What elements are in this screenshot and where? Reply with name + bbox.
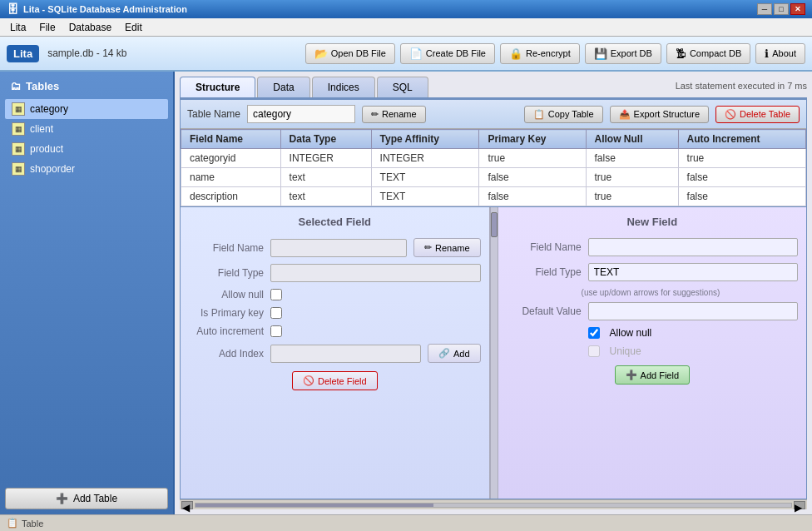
minimize-button[interactable]: ─ <box>757 3 772 15</box>
sidebar-item-shoporder[interactable]: ▦ shoporder <box>5 159 168 179</box>
menu-lita[interactable]: Lita <box>3 20 32 35</box>
table-row[interactable]: descriptiontextTEXTfalsetruefalse <box>181 187 806 206</box>
table-icon-category: ▦ <box>12 102 25 116</box>
table-name-input[interactable] <box>247 105 355 123</box>
new-field-type-label: Field Type <box>507 266 582 278</box>
selected-allow-null-checkbox[interactable] <box>270 289 282 300</box>
tables-header: 🗂 Tables <box>5 77 168 96</box>
close-button[interactable]: ✕ <box>790 3 805 15</box>
tab-structure[interactable]: Structure <box>180 77 255 97</box>
export-structure-icon: 📤 <box>619 109 631 120</box>
selected-add-index-input[interactable] <box>270 345 421 363</box>
scroll-left-button[interactable]: ◀ <box>181 501 193 509</box>
new-allow-null-checkbox[interactable] <box>588 327 600 339</box>
maximize-button[interactable]: □ <box>774 3 789 15</box>
horizontal-scrollbar[interactable]: ◀ ▶ <box>180 499 807 509</box>
menu-file[interactable]: File <box>32 20 62 35</box>
sidebar-item-category[interactable]: ▦ category <box>5 99 168 119</box>
selected-add-index-button[interactable]: 🔗 Add <box>428 344 481 363</box>
copy-table-icon: 📋 <box>533 109 545 120</box>
scroll-thumb[interactable] <box>491 212 498 237</box>
db-name-label: sample.db - 14 kb <box>47 47 126 59</box>
tab-status: Last statement executed in 7 ms <box>676 81 807 94</box>
reencrypt-icon: 🔒 <box>509 47 522 60</box>
col-header-allow-null: Allow Null <box>586 130 678 149</box>
tab-sql[interactable]: SQL <box>377 77 428 97</box>
add-index-icon: 🔗 <box>438 348 450 359</box>
selected-auto-increment-label: Auto increment <box>189 325 264 337</box>
create-db-icon: 📄 <box>409 47 423 60</box>
table-icon-shoporder: ▦ <box>12 162 25 176</box>
open-db-icon: 📂 <box>314 47 328 60</box>
new-allow-null-row: Allow null <box>507 327 798 339</box>
selected-primary-key-label: Is Primary key <box>189 307 264 319</box>
selected-field-name-row: Field Name ✏ Rename <box>189 238 481 257</box>
menu-edit[interactable]: Edit <box>118 20 149 35</box>
selected-auto-increment-checkbox[interactable] <box>270 325 282 337</box>
new-field-name-input[interactable] <box>588 238 798 256</box>
create-db-button[interactable]: 📄 Create DB File <box>400 43 495 64</box>
export-structure-button[interactable]: 📤 Export Structure <box>610 106 709 123</box>
status-text: Table <box>22 519 43 529</box>
scrollbar-track <box>195 503 792 508</box>
selected-field-type-row: Field Type <box>189 264 481 282</box>
table-icon-product: ▦ <box>12 142 25 156</box>
tab-data[interactable]: Data <box>257 77 309 97</box>
window-title: Lita - SQLite Database Administration <box>23 4 187 14</box>
selected-field-title: Selected Field <box>189 216 481 228</box>
tab-indices[interactable]: Indices <box>312 77 375 97</box>
selected-add-index-row: Add Index 🔗 Add <box>189 344 481 363</box>
new-field-type-input[interactable] <box>588 263 798 281</box>
new-unique-checkbox[interactable] <box>588 345 600 357</box>
lita-badge: Lita <box>7 45 39 62</box>
delete-field-button[interactable]: 🚫 Delete Field <box>292 371 378 390</box>
open-db-button[interactable]: 📂 Open DB File <box>305 43 395 64</box>
menu-bar: Lita File Database Edit <box>0 18 812 37</box>
structure-table: Field Name Data Type Type Affinity Prima… <box>181 129 806 206</box>
compact-db-icon: 🗜 <box>676 47 686 60</box>
new-field-type-row: Field Type <box>507 263 798 281</box>
table-row[interactable]: nametextTEXTfalsetruefalse <box>181 168 806 187</box>
scroll-right-button[interactable]: ▶ <box>794 501 805 509</box>
selected-primary-key-row: Is Primary key <box>189 307 481 319</box>
selected-field-name-input[interactable] <box>270 239 407 257</box>
title-bar: 🗄 Lita - SQLite Database Administration … <box>0 0 812 18</box>
selected-primary-key-checkbox[interactable] <box>270 307 282 319</box>
table-area: Table Name ✏ Rename 📋 Copy Table 📤 Expor… <box>180 99 807 207</box>
menu-database[interactable]: Database <box>62 20 118 35</box>
rename-icon: ✏ <box>371 109 379 120</box>
new-unique-label: Unique <box>610 345 641 357</box>
table-row[interactable]: categoryidINTEGERINTEGERtruefalsetrue <box>181 149 806 168</box>
sidebar-item-product[interactable]: ▦ product <box>5 139 168 159</box>
table-icon-client: ▦ <box>12 122 25 136</box>
delete-field-icon: 🚫 <box>303 375 314 386</box>
col-header-type-affinity: Type Affinity <box>371 130 479 149</box>
tables-icon: 🗂 <box>10 80 21 92</box>
scrollbar-thumb[interactable] <box>196 504 433 507</box>
status-icon: 📋 <box>7 518 18 529</box>
sidebar: 🗂 Tables ▦ category ▦ client ▦ product ▦… <box>0 72 175 514</box>
about-button[interactable]: ℹ About <box>755 43 805 64</box>
new-default-value-input[interactable] <box>588 302 798 320</box>
add-table-button[interactable]: ➕ Add Table <box>5 488 168 509</box>
export-db-icon: 💾 <box>594 47 607 60</box>
copy-table-button[interactable]: 📋 Copy Table <box>524 106 603 123</box>
status-bar: 📋 Table <box>0 514 812 531</box>
selected-field-type-input[interactable] <box>270 264 481 282</box>
compact-db-button[interactable]: 🗜 Compact DB <box>666 43 750 64</box>
col-header-field-name: Field Name <box>181 130 281 149</box>
new-default-value-label: Default Value <box>507 305 582 317</box>
selected-allow-null-row: Allow null <box>189 289 481 300</box>
reencrypt-button[interactable]: 🔒 Re-encrypt <box>500 43 580 64</box>
table-name-label: Table Name <box>187 108 240 120</box>
new-default-value-row: Default Value <box>507 302 798 320</box>
rename-table-button[interactable]: ✏ Rename <box>362 106 426 123</box>
col-header-data-type: Data Type <box>280 130 371 149</box>
export-db-button[interactable]: 💾 Export DB <box>585 43 661 64</box>
selected-field-rename-button[interactable]: ✏ Rename <box>413 238 481 257</box>
add-field-button[interactable]: ➕ Add Field <box>615 365 690 385</box>
content-panel: Structure Data Indices SQL Last statemen… <box>175 72 812 514</box>
selected-allow-null-label: Allow null <box>189 289 264 300</box>
sidebar-item-client[interactable]: ▦ client <box>5 119 168 139</box>
delete-table-button[interactable]: 🚫 Delete Table <box>715 106 800 123</box>
